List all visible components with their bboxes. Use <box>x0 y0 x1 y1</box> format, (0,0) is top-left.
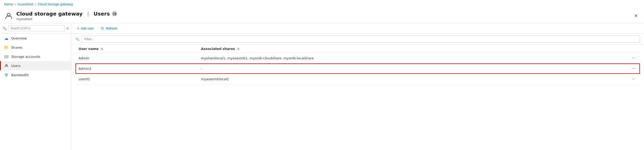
search-input[interactable] <box>8 25 65 31</box>
sidebar-label-storage-accounts: Storage accounts <box>11 55 40 59</box>
header-page-name: Users <box>94 11 110 17</box>
cell-shares: - <box>198 63 625 74</box>
cell-username: Admin <box>76 53 198 63</box>
sidebar-item-overview[interactable]: ☁ Overview <box>0 34 71 43</box>
search-icon: 🔍 <box>3 26 7 30</box>
sidebar-item-users[interactable]: Users <box>0 61 71 70</box>
breadcrumb-resource[interactable]: myasetest <box>17 3 33 6</box>
col-header-username[interactable]: User name ⇅ <box>76 45 198 53</box>
print-icon[interactable] <box>112 11 117 16</box>
sidebar-item-shares[interactable]: 📁 Shares <box>0 43 71 52</box>
more-actions-button[interactable]: ··· <box>630 66 637 71</box>
sort-username-icon: ⇅ <box>101 47 103 51</box>
breadcrumb-sep2: › <box>35 3 36 6</box>
col-header-actions <box>625 45 640 53</box>
sidebar-item-bandwidth[interactable]: Bandwidth <box>0 70 71 79</box>
sidebar-label-overview: Overview <box>11 36 27 40</box>
user-icon <box>4 63 9 68</box>
sidebar-label-bandwidth: Bandwidth <box>11 73 29 77</box>
cell-actions: ··· <box>625 74 640 84</box>
more-actions-button[interactable]: ··· <box>630 76 637 82</box>
wifi-icon <box>4 73 9 77</box>
header-pipe: | <box>87 11 89 17</box>
folder-icon: 📁 <box>4 45 9 50</box>
page-header: Cloud storage gateway | Users myasetest … <box>0 9 644 23</box>
sidebar: 🔍 « ☁ Overview 📁 Shares <box>0 23 71 150</box>
cell-actions: ··· <box>625 53 640 63</box>
refresh-button[interactable]: ↻ Refresh <box>100 25 119 31</box>
cell-username: Admin2 <box>76 63 198 74</box>
filter-bar: 🔍 <box>71 34 644 45</box>
close-button[interactable]: ✕ <box>632 12 640 20</box>
table-row[interactable]: user01myasesmblocal2··· <box>76 74 640 84</box>
cell-actions: ··· <box>625 63 640 74</box>
filter-icon: 🔍 <box>76 37 79 41</box>
sidebar-label-shares: Shares <box>11 46 22 49</box>
sidebar-item-storage-accounts[interactable]: Storage accounts <box>0 52 71 61</box>
breadcrumb: Home › myasetest › Cloud storage gateway <box>0 0 644 9</box>
header-service-name: Cloud storage gateway <box>16 11 83 17</box>
svg-rect-6 <box>5 56 8 57</box>
more-actions-button[interactable]: ··· <box>630 55 637 61</box>
cell-shares: myasesmblocal2 <box>198 74 625 84</box>
header-title-block: Cloud storage gateway | Users myasetest <box>16 11 117 21</box>
main-content: + Add user ↻ Refresh 🔍 <box>71 23 644 150</box>
sidebar-label-users: Users <box>11 64 20 68</box>
sort-shares-icon: ⇅ <box>237 47 240 51</box>
refresh-label: Refresh <box>106 26 117 30</box>
svg-rect-5 <box>5 55 8 56</box>
table-row[interactable]: Admin2-··· <box>76 63 640 74</box>
add-user-label: Add user <box>81 26 94 30</box>
refresh-icon: ↻ <box>101 26 104 30</box>
svg-rect-7 <box>5 57 8 58</box>
users-table-container: User name ⇅ Associated shares ⇅ Adminmys… <box>71 45 644 150</box>
col-header-shares[interactable]: Associated shares ⇅ <box>198 45 625 53</box>
filter-input[interactable] <box>81 36 640 43</box>
collapse-button[interactable]: « <box>66 26 69 30</box>
breadcrumb-home[interactable]: Home <box>4 3 13 6</box>
app-container: Home › myasetest › Cloud storage gateway… <box>0 0 644 150</box>
search-bar: 🔍 « <box>0 23 71 34</box>
cell-shares: mysharelocal1, myasesmb1, mysmb-cloudsha… <box>198 53 625 63</box>
cloud-icon: ☁ <box>4 36 9 40</box>
add-user-button[interactable]: + Add user <box>76 25 95 31</box>
svg-point-4 <box>116 13 116 14</box>
table-row[interactable]: Adminmysharelocal1, myasesmb1, mysmb-clo… <box>76 53 640 63</box>
service-avatar <box>4 11 13 20</box>
header-subtitle: myasetest <box>16 17 117 21</box>
cell-username: user01 <box>76 74 198 84</box>
svg-point-9 <box>6 76 7 77</box>
users-table: User name ⇅ Associated shares ⇅ Adminmys… <box>76 45 640 84</box>
breadcrumb-sep1: › <box>15 3 16 6</box>
storage-icon <box>4 54 9 59</box>
breadcrumb-current: Cloud storage gateway <box>38 3 73 6</box>
body-layout: 🔍 « ☁ Overview 📁 Shares <box>0 23 644 150</box>
toolbar: + Add user ↻ Refresh <box>71 23 644 34</box>
header-title: Cloud storage gateway | Users <box>16 11 117 17</box>
add-icon: + <box>77 26 79 30</box>
